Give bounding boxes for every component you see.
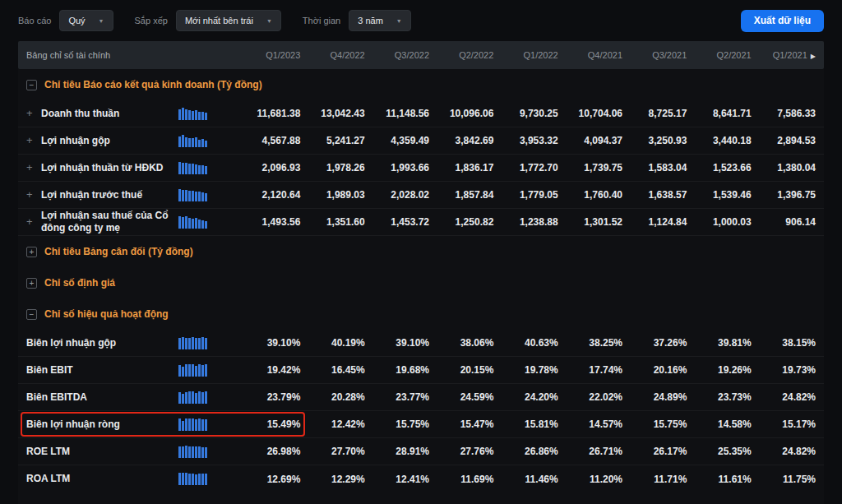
collapse-section-icon[interactable]: − [26,80,37,90]
expand-row-icon[interactable]: + [26,188,35,201]
cell-value: 1,989.03 [300,189,364,201]
cell-value: 11,148.56 [365,108,429,119]
sparkline-bar [188,110,191,120]
cell-value: 38.15% [752,337,816,349]
financial-table: Bảng chỉ số tài chính Q1/2023Q4/2022Q3/2… [18,41,824,504]
column-header: Q2/2022 [429,50,493,60]
cell-value: 19.42% [236,364,300,376]
expand-section-icon[interactable]: + [26,247,37,257]
sparkline-bar [201,419,204,431]
cell-value: 39.10% [365,337,429,349]
cell-value: 15.81% [493,418,557,430]
cell-value: 14.57% [558,418,622,430]
sparkline-bar [198,220,201,229]
table-row[interactable]: +Doanh thu thuần11,681.3813,042.4311,148… [18,100,824,127]
sparkline-bar [201,474,204,485]
row-label-text: Biên lợi nhuận gộp [26,337,116,349]
sparkline-bar [185,137,187,147]
sparkline-bar [182,394,184,404]
expand-row-icon[interactable]: + [26,107,35,120]
expand-row-icon[interactable]: + [26,215,35,229]
sparkline-bar [178,162,181,174]
report-dropdown[interactable]: Quý ▼ [59,10,113,31]
table-title: Bảng chỉ số tài chính [26,50,236,60]
trend-sparkline [178,108,236,120]
table-body: −Chỉ tiêu Báo cáo kết quả kinh doanh (Tỷ… [18,69,824,492]
export-data-button[interactable]: Xuất dữ liệu [741,10,824,32]
cell-value: 3,440.18 [687,135,751,146]
sparkline-bar [178,109,181,120]
column-header: Q2/2021 [687,50,751,60]
column-header: Q1/2023 [236,50,300,60]
table-header-row: Bảng chỉ số tài chính Q1/2023Q4/2022Q3/2… [18,41,824,69]
sparkline-bar [178,418,181,431]
sparkline-bar [192,418,194,431]
cell-value: 28.91% [365,446,429,457]
cell-value: 12.69% [236,474,300,485]
cell-value: 1,857.84 [429,189,493,201]
cell-value: 1,978.26 [300,162,364,173]
cell-value: 20.15% [429,364,493,376]
cell-value: 1,493.56 [236,216,300,228]
table-row[interactable]: Biên lợi nhuận gộp39.10%40.19%39.10%38.0… [18,330,824,357]
sparkline-bar [192,364,194,377]
column-header: Q1/2021▶ [752,50,816,60]
next-period-icon[interactable]: ▶ [811,53,816,60]
cell-value: 39.10% [236,337,300,349]
sparkline-bar [185,473,187,485]
sparkline-bar [178,392,181,404]
trend-sparkline [178,337,236,349]
sparkline-bar [198,474,201,485]
sparkline-bar [178,365,181,377]
cell-value: 26.98% [236,446,300,457]
table-row[interactable]: +Lợi nhuận trước thuế2,120.641,989.032,0… [18,182,824,209]
section-header[interactable]: −Chỉ số hiệu quả hoạt động [18,298,824,330]
sparkline-bar [205,166,207,174]
sort-label: Sắp xếp [135,16,168,25]
sparkline-bar [188,446,191,458]
row-label: +Lợi nhuận gộp [26,134,178,147]
table-row[interactable]: ROE LTM26.98%27.70%28.91%27.76%26.86%26.… [18,438,824,465]
cell-value: 5,241.27 [300,135,364,146]
sparkline-bar [188,391,191,404]
sort-dropdown-value: Mới nhất bên trái [185,16,253,25]
sparkline-bar [182,446,184,458]
sparkline-bar [205,391,207,404]
sparkline-bar [201,220,204,229]
expand-row-icon[interactable]: + [26,161,35,174]
sparkline-bar [205,447,207,458]
cell-value: 1,351.60 [300,216,364,228]
cell-value: 23.79% [236,391,300,403]
sparkline-bar [188,338,191,349]
expand-section-icon[interactable]: + [26,278,37,289]
sparkline-bar [195,218,197,229]
table-row[interactable]: Biên EBITDA23.79%20.28%23.77%24.59%24.20… [18,384,824,411]
table-row[interactable]: Biên EBIT19.42%16.45%19.68%20.15%19.78%1… [18,357,824,384]
sort-dropdown[interactable]: Mới nhất bên trái ▼ [176,10,281,31]
cell-value: 10,704.06 [558,108,622,119]
sparkline-bar [195,419,197,431]
section-header[interactable]: +Chỉ số định giá [18,267,824,298]
trend-sparkline [178,189,236,201]
chevron-down-icon: ▼ [266,18,272,24]
section-header[interactable]: +Chỉ tiêu Bảng cân đối (Tỷ đồng) [18,236,824,267]
table-row[interactable]: +Lợi nhuận gộp4,567.885,241.274,359.493,… [18,127,824,155]
row-label: ROE LTM [26,446,178,458]
time-dropdown[interactable]: 3 năm ▼ [349,10,411,31]
table-row[interactable]: +Lợi nhuận sau thuế của Cổ đông công ty … [18,209,824,236]
cell-value: 24.59% [429,391,493,403]
table-row[interactable]: Biên lợi nhuận ròng15.49%12.42%15.75%15.… [18,411,824,438]
section-header[interactable]: −Chỉ tiêu Báo cáo kết quả kinh doanh (Tỷ… [18,69,824,100]
expand-row-icon[interactable]: + [26,134,35,147]
collapse-section-icon[interactable]: − [26,309,37,320]
sparkline-bar [205,113,207,120]
cell-value: 24.82% [752,391,816,403]
time-group: Thời gian 3 năm ▼ [303,10,411,31]
sparkline-bar [182,367,184,377]
table-row[interactable]: +Lợi nhuận thuần từ HĐKD2,096.931,978.26… [18,155,824,182]
sparkline-bar [185,163,187,174]
sparkline-bar [201,447,204,458]
table-row[interactable]: ROA LTM12.69%12.29%12.41%11.69%11.46%11.… [18,465,824,492]
row-label-text: ROE LTM [26,446,70,458]
cell-value: 11.69% [429,474,493,485]
